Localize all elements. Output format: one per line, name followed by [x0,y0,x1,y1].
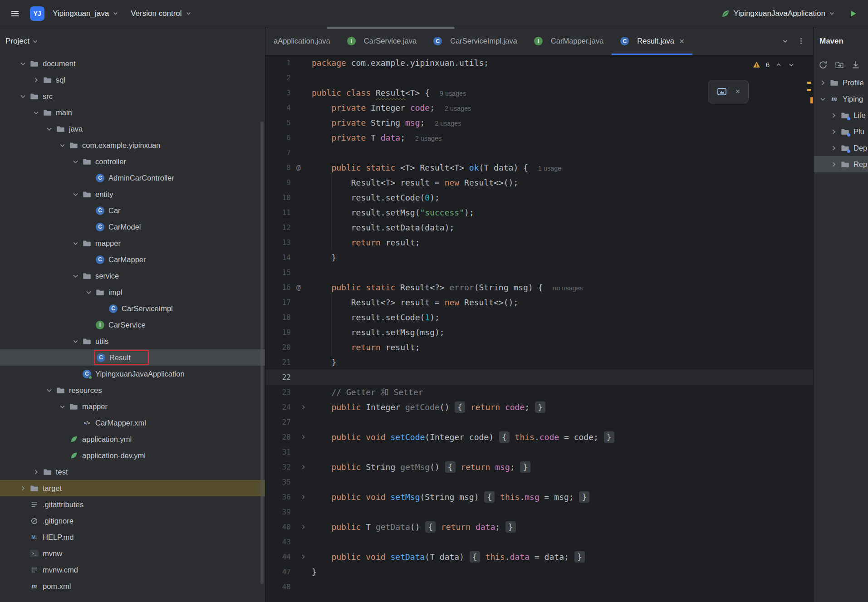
chevron-down-icon[interactable] [69,338,82,345]
tree-item-mapper[interactable]: mapper [0,235,265,251]
tab-list-chevron-down-icon[interactable] [781,37,789,45]
fold-region-icon[interactable] [291,460,312,475]
tree-item-mvnw-cmd[interactable]: mvnw.cmd [0,562,265,578]
code-line-47[interactable]: 47} [265,564,813,579]
chevron-down-icon[interactable] [56,142,69,149]
chevron-down-icon[interactable] [16,60,29,68]
code-line-39[interactable]: 39 [265,504,813,519]
chevron-down-icon[interactable] [69,272,82,280]
chevron-down-icon[interactable] [69,191,82,198]
project-switcher[interactable]: Yipingxuan_java [49,6,123,21]
chevron-down-icon[interactable] [816,95,829,103]
chevron-right-icon[interactable] [827,161,840,168]
code-line-13[interactable]: 13return result; [265,235,813,250]
code-line-44[interactable]: 44public void setData(T data) { this.dat… [265,549,813,564]
vcs-widget[interactable]: Version control [127,6,195,21]
tab-aapplication-java[interactable]: aApplication.java [265,27,338,55]
tree-item-test[interactable]: test [0,464,265,480]
fold-region-icon[interactable] [291,549,312,564]
code-line-14[interactable]: 14} [265,250,813,265]
tree-item-gitignore[interactable]: .gitignore [0,513,265,529]
tree-item-entity[interactable]: entity [0,186,265,202]
run-configuration-selector[interactable]: YipingxuanJavaApplication [717,6,839,21]
code-line-32[interactable]: 32public String getMsg() { return msg; } [265,460,813,475]
tree-item-car[interactable]: CCar [0,202,265,219]
code-line-16[interactable]: 16@public static Result<?> error(String … [265,280,813,295]
maven-item-yiping[interactable]: mYiping [814,91,868,107]
code-line-20[interactable]: 20return result; [265,340,813,355]
code-line-23[interactable]: 23// Getter 和 Setter [265,385,813,400]
tab-carservice-java[interactable]: ICarService.java [338,27,425,55]
chevron-down-icon[interactable] [56,403,69,411]
code-line-28[interactable]: 28public void setCode(Integer code) { th… [265,430,813,445]
inspections-widget[interactable]: 6 [753,61,795,69]
tree-item-document[interactable]: document [0,55,265,72]
code-line-8[interactable]: 8@public static <T> Result<T> ok(T data)… [265,160,813,175]
tree-item-pom-xml[interactable]: mpom.xml [0,578,265,594]
code-line-48[interactable]: 48 [265,579,813,594]
previous-problem-chevron-up-icon[interactable] [775,61,782,69]
code-line-40[interactable]: 40public T getData() { return data; } [265,519,813,534]
tree-item-controller[interactable]: controller [0,153,265,170]
tree-item-mapper[interactable]: mapper [0,398,265,415]
maven-item-profile[interactable]: Profile [814,74,868,91]
chevron-right-icon[interactable] [29,76,43,84]
code-line-35[interactable]: 35 [265,475,813,489]
tree-item-carmapper[interactable]: CCarMapper [0,251,265,268]
chevron-down-icon[interactable] [43,125,56,133]
code-line-9[interactable]: 9Result<T> result = new Result<>(); [265,175,813,190]
tree-item-sql[interactable]: sql [0,72,265,88]
code-line-19[interactable]: 19result.setMsg(msg); [265,325,813,340]
more-options-kebab-icon[interactable] [797,37,805,45]
maven-refresh-icon[interactable] [819,60,828,69]
code-line-21[interactable]: 21} [265,355,813,370]
tree-item-java[interactable]: java [0,121,265,137]
tree-item-target[interactable]: target [0,480,265,496]
project-tree-scrollbar[interactable] [260,122,264,584]
tree-item-service[interactable]: service [0,268,265,284]
next-problem-chevron-down-icon[interactable] [788,61,795,69]
code-line-5[interactable]: 5private String msg;2 usages [265,115,813,130]
code-line-31[interactable]: 31 [265,445,813,460]
tree-item-main[interactable]: main [0,104,265,121]
maven-item-dep[interactable]: Dep [814,140,868,156]
tree-item-carservice[interactable]: ICarService [0,317,265,333]
code-line-7[interactable]: 7 [265,145,813,160]
tree-item-result[interactable]: CResult [0,349,265,366]
tab-close-icon[interactable]: × [679,37,684,45]
chevron-right-icon[interactable] [827,144,840,152]
chevron-right-icon[interactable] [29,468,43,476]
code-line-17[interactable]: 17Result<?> result = new Result<>(); [265,295,813,310]
maven-item-life[interactable]: Life [814,107,868,123]
tree-item-resources[interactable]: resources [0,382,265,398]
chevron-down-icon[interactable] [69,158,82,166]
fold-region-icon[interactable] [291,489,312,504]
tree-item-help-md[interactable]: M↓HELP.md [0,529,265,545]
maven-item-rep[interactable]: Rep [814,156,868,172]
code-line-6[interactable]: 6private T data;2 usages [265,130,813,145]
tree-item-gitattributes[interactable]: .gitattributes [0,496,265,513]
chevron-right-icon[interactable] [16,485,29,492]
tree-item-carmapper-xml[interactable]: </>CarMapper.xml [0,415,265,431]
chevron-down-icon[interactable] [29,109,43,117]
maven-download-sources-icon[interactable] [851,60,860,69]
project-panel-header[interactable]: Project [0,27,265,55]
chevron-right-icon[interactable] [827,112,840,119]
fold-region-icon[interactable] [291,400,312,415]
tree-item-application-dev-yml[interactable]: application-dev.yml [0,447,265,464]
code-line-43[interactable]: 43 [265,534,813,549]
hamburger-menu-icon[interactable] [7,6,23,21]
chevron-down-icon[interactable] [82,289,95,296]
editor-popup-widget[interactable]: × [708,80,749,103]
warning-stripe-mark[interactable] [807,82,811,84]
code-line-10[interactable]: 10result.setCode(0); [265,190,813,205]
code-line-11[interactable]: 11result.setMsg("success"); [265,205,813,220]
code-line-1[interactable]: 1package com.example.yipinxuan.utils; [265,55,813,70]
tab-carserviceimpl-java[interactable]: CCarServiceImpl.java [425,27,525,55]
popup-close-icon[interactable]: × [736,87,740,96]
chevron-down-icon[interactable] [16,93,29,100]
warning-stripe-mark[interactable] [810,97,813,103]
tree-item-yipingxuanjavaapplication[interactable]: CYipingxuanJavaApplication [0,366,265,382]
run-button[interactable] [845,6,861,21]
fold-region-icon[interactable] [291,519,312,534]
